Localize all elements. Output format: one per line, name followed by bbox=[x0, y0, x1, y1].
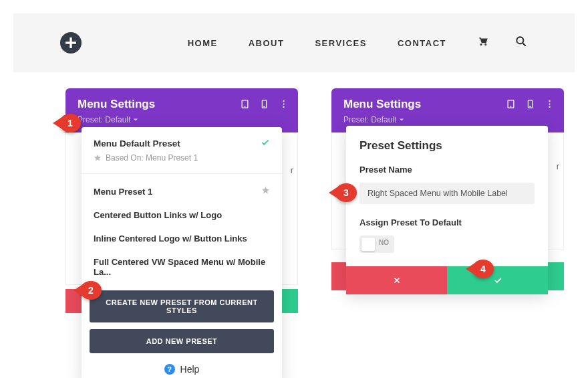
add-button[interactable] bbox=[60, 32, 82, 54]
nav-services[interactable]: SERVICES bbox=[315, 38, 367, 48]
top-nav-bar: HOME ABOUT SERVICES CONTACT bbox=[13, 13, 575, 72]
assign-default-toggle[interactable]: NO bbox=[359, 235, 535, 253]
phone-icon[interactable] bbox=[525, 99, 535, 109]
svg-line-3 bbox=[523, 43, 526, 46]
svg-point-17 bbox=[549, 106, 550, 108]
more-icon[interactable] bbox=[545, 99, 555, 109]
create-preset-button[interactable]: CREATE NEW PRESET FROM CURRENT STYLES bbox=[90, 290, 274, 322]
current-preset-name: Menu Default Preset bbox=[94, 138, 180, 149]
assign-default-label: Assign Preset To Default bbox=[346, 213, 548, 231]
annotation-badge-3: 3 bbox=[335, 183, 357, 202]
header-icons-right bbox=[506, 99, 555, 109]
preset-item-2[interactable]: Centered Button Links w/ Logo bbox=[82, 203, 282, 227]
peek-text: r bbox=[291, 165, 293, 175]
star-icon[interactable] bbox=[261, 186, 270, 197]
svg-point-9 bbox=[283, 103, 284, 104]
preset-item-3[interactable]: Inline Centered Logo w/ Button Links bbox=[82, 227, 282, 250]
based-on-label: Based On: Menu Preset 1 bbox=[94, 153, 270, 163]
svg-point-2 bbox=[517, 37, 523, 43]
help-link[interactable]: ? Help bbox=[82, 353, 282, 378]
dropdown-current[interactable]: Menu Default Preset Based On: Menu Prese… bbox=[82, 127, 282, 171]
preset-dropdown: Menu Default Preset Based On: Menu Prese… bbox=[82, 127, 282, 378]
check-icon bbox=[261, 138, 270, 149]
svg-point-16 bbox=[549, 103, 550, 104]
search-icon[interactable] bbox=[514, 35, 528, 51]
popup-cancel[interactable] bbox=[346, 266, 447, 294]
svg-point-5 bbox=[245, 106, 245, 107]
more-icon[interactable] bbox=[279, 99, 289, 109]
svg-point-12 bbox=[510, 106, 511, 107]
help-icon: ? bbox=[164, 364, 175, 375]
popup-actions bbox=[346, 266, 548, 294]
tablet-icon[interactable] bbox=[506, 99, 516, 109]
preset-item-4[interactable]: Full Centered VW Spaced Menu w/ Mobile L… bbox=[82, 250, 282, 284]
svg-point-15 bbox=[549, 100, 550, 102]
preset-selector-right[interactable]: Preset: Default bbox=[343, 115, 552, 124]
preset-item-1[interactable]: Menu Preset 1 bbox=[82, 179, 282, 203]
phone-icon[interactable] bbox=[259, 99, 269, 109]
preset-label: Preset: Default bbox=[78, 115, 130, 124]
nav-links: HOME ABOUT SERVICES CONTACT bbox=[188, 35, 528, 51]
svg-point-10 bbox=[283, 106, 284, 108]
panel-right: Menu Settings Preset: Default r Logo Pre… bbox=[331, 88, 564, 290]
nav-about[interactable]: ABOUT bbox=[249, 38, 285, 48]
divider bbox=[82, 173, 282, 174]
preset-settings-popup: Preset Settings Preset Name Assign Prese… bbox=[346, 126, 548, 294]
annotation-badge-1: 1 bbox=[59, 114, 81, 132]
panel-left: Menu Settings Preset: Default r Menu Def… bbox=[65, 88, 298, 313]
popup-title: Preset Settings bbox=[346, 126, 548, 161]
preset-name-label: Preset Name bbox=[346, 161, 548, 179]
add-preset-button[interactable]: ADD NEW PRESET bbox=[90, 329, 274, 353]
peek-text-r: r bbox=[557, 161, 559, 171]
popup-confirm[interactable] bbox=[447, 266, 548, 294]
annotation-badge-2: 2 bbox=[80, 281, 102, 300]
preset-selector[interactable]: Preset: Default bbox=[78, 115, 286, 124]
nav-home[interactable]: HOME bbox=[188, 38, 218, 48]
svg-point-8 bbox=[283, 100, 284, 102]
cart-icon[interactable] bbox=[477, 35, 489, 50]
tablet-icon[interactable] bbox=[240, 99, 250, 109]
panel-left-header: Menu Settings Preset: Default bbox=[65, 88, 298, 132]
header-icons bbox=[240, 99, 289, 109]
nav-contact[interactable]: CONTACT bbox=[398, 38, 446, 48]
annotation-badge-4: 4 bbox=[472, 260, 494, 278]
preset-name-input[interactable] bbox=[359, 183, 535, 204]
toggle-state: NO bbox=[379, 239, 389, 246]
